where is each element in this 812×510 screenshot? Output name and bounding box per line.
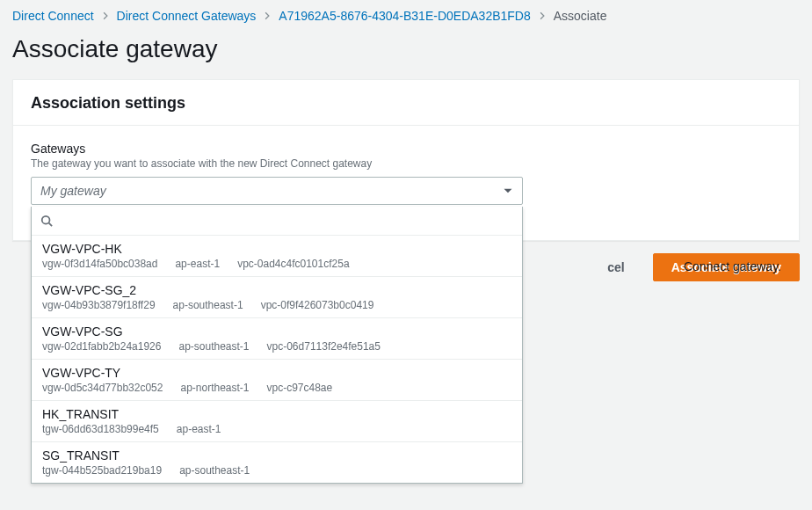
association-settings-panel: Association settings Gateways The gatewa…: [12, 79, 800, 241]
gateway-dropdown: VGW-VPC-HKvgw-0f3d14fa50bc038adap-east-1…: [31, 207, 523, 484]
option-details: vgw-0f3d14fa50bc038adap-east-1vpc-0ad4c4…: [42, 258, 511, 270]
search-icon: [40, 215, 53, 227]
gateway-select-placeholder: My gateway: [40, 184, 106, 198]
gateway-option[interactable]: HK_TRANSITtgw-06dd63d183b99e4f5ap-east-1: [32, 400, 522, 441]
chevron-right-icon: [263, 11, 272, 20]
gateway-option[interactable]: VGW-VPC-HKvgw-0f3d14fa50bc038adap-east-1…: [32, 236, 522, 276]
dropdown-search[interactable]: [32, 207, 522, 236]
option-vpc: vpc-06d7113f2e4fe51a5: [267, 340, 381, 353]
panel-title: Association settings: [13, 80, 799, 126]
gateway-select[interactable]: My gateway: [31, 177, 523, 205]
page-title: Associate gateway: [12, 35, 800, 63]
option-name: VGW-VPC-SG: [42, 324, 511, 339]
breadcrumb-gateways[interactable]: Direct Connect Gateways: [117, 9, 257, 23]
option-vpc: vpc-0ad4c4fc0101cf25a: [237, 258, 349, 270]
option-region: ap-southeast-1: [178, 340, 249, 353]
option-region: ap-northeast-1: [180, 382, 249, 394]
chevron-right-icon: [538, 11, 547, 20]
option-region: ap-southeast-1: [173, 299, 243, 311]
option-id: vgw-02d1fabb2b24a1926: [42, 340, 161, 353]
option-name: SG_TRANSIT: [42, 448, 511, 463]
option-name: VGW-VPC-HK: [42, 242, 511, 256]
caret-down-icon: [503, 186, 513, 196]
option-details: tgw-044b525bad219ba19ap-southeast-1: [42, 464, 511, 477]
option-name: VGW-VPC-SG_2: [42, 283, 511, 297]
svg-point-0: [42, 216, 50, 224]
gateways-help: The gateway you want to associate with t…: [31, 157, 781, 170]
option-details: vgw-0d5c34d77bb32c052ap-northeast-1vpc-c…: [42, 382, 511, 394]
option-name: HK_TRANSIT: [42, 407, 511, 421]
option-id: tgw-044b525bad219ba19: [42, 464, 162, 477]
associate-gateway-button[interactable]: Associate gateway: [653, 253, 800, 281]
option-vpc: vpc-c97c48ae: [267, 382, 333, 394]
option-id: vgw-0d5c34d77bb32c052: [42, 382, 163, 394]
cancel-button[interactable]: cel: [590, 253, 642, 281]
option-id: vgw-0f3d14fa50bc038ad: [42, 258, 157, 270]
gateway-option[interactable]: VGW-VPC-SGvgw-02d1fabb2b24a1926ap-southe…: [32, 317, 522, 359]
breadcrumb-gateway-id[interactable]: A71962A5-8676-4304-B31E-D0EDA32B1FD8: [279, 9, 530, 23]
option-id: vgw-04b93b3879f18ff29: [42, 299, 156, 311]
option-details: vgw-02d1fabb2b24a1926ap-southeast-1vpc-0…: [42, 340, 511, 353]
breadcrumb-current: Associate: [554, 9, 607, 23]
svg-line-1: [49, 223, 53, 227]
option-name: VGW-VPC-TY: [42, 366, 511, 380]
dropdown-list: VGW-VPC-HKvgw-0f3d14fa50bc038adap-east-1…: [32, 236, 522, 483]
gateway-option[interactable]: SG_TRANSITtgw-044b525bad219ba19ap-southe…: [32, 441, 522, 483]
option-id: tgw-06dd63d183b99e4f5: [42, 423, 159, 435]
gateway-option[interactable]: VGW-VPC-SG_2vgw-04b93b3879f18ff29ap-sout…: [32, 276, 522, 317]
gateways-label: Gateways: [31, 142, 781, 156]
breadcrumb-root[interactable]: Direct Connect: [12, 9, 94, 23]
option-region: ap-east-1: [175, 258, 220, 270]
option-region: ap-southeast-1: [179, 464, 250, 477]
gateway-option[interactable]: VGW-VPC-TYvgw-0d5c34d77bb32c052ap-northe…: [32, 359, 522, 400]
option-region: ap-east-1: [177, 423, 221, 435]
option-vpc: vpc-0f9f426073b0c0419: [261, 299, 374, 311]
option-details: vgw-04b93b3879f18ff29ap-southeast-1vpc-0…: [42, 299, 511, 311]
chevron-right-icon: [101, 11, 110, 20]
dropdown-search-input[interactable]: [58, 212, 513, 230]
breadcrumb: Direct Connect Direct Connect Gateways A…: [12, 9, 800, 23]
option-details: tgw-06dd63d183b99e4f5ap-east-1: [42, 423, 511, 435]
